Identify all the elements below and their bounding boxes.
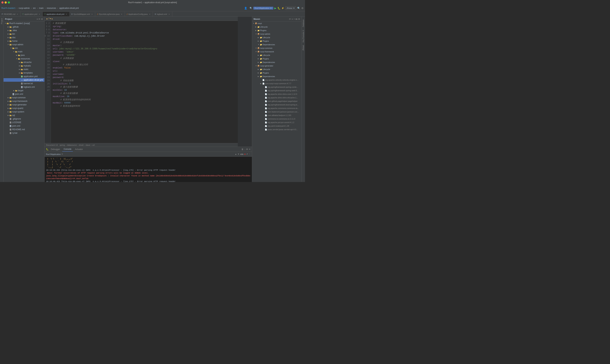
maven-tree-item-plugins[interactable]: ▶📁Plugins xyxy=(252,29,301,32)
debug-run-icon[interactable]: 🐛 xyxy=(46,148,49,151)
settings-icon[interactable]: ⚙ xyxy=(301,7,304,10)
tree-item-main[interactable]: ▼main xyxy=(3,50,44,53)
minimize-button[interactable] xyxy=(5,1,7,3)
maven-tree-item-lifecycle[interactable]: ▶📁Lifecycle xyxy=(252,25,301,29)
maven-refresh-icon[interactable]: ⟳ xyxy=(289,18,291,20)
tree-item-ry-bat[interactable]: ry.bat xyxy=(3,131,44,135)
tab-logback-xml[interactable]: Xlogback.xml× xyxy=(153,12,172,16)
right-arrow-icon[interactable]: ▶ xyxy=(242,153,244,155)
maven-tree-item-ruoyi-admin[interactable]: ▼📦ruoyi-admin xyxy=(252,32,301,36)
maven-collapse-icon[interactable]: ≡ xyxy=(292,18,293,20)
maven-tree-item-dependencies[interactable]: ▶📁Dependencies xyxy=(252,61,301,64)
tree-item-readme-md[interactable]: README.md xyxy=(3,128,44,131)
code-area[interactable]: # 数据源配置spring: datasource: type: com.ali… xyxy=(51,21,238,143)
project-gutter-label[interactable]: Project xyxy=(0,17,3,26)
jrebel-gutter-label[interactable]: JRebel xyxy=(302,44,305,52)
coverage-button[interactable]: ⚡ xyxy=(282,7,284,9)
tab-application-druid-yml[interactable]: Yapplication-druid.yml× xyxy=(43,12,70,16)
tree-item--idea[interactable]: ▶.idea xyxy=(3,29,44,32)
tree-item-home[interactable]: ▶home xyxy=(3,39,44,43)
breadcrumb-module[interactable]: ruoyi-admin xyxy=(19,7,30,9)
tab-debugger[interactable]: Debugger xyxy=(49,147,62,152)
tree-item--github[interactable]: ▶.github xyxy=(3,25,44,29)
run-config[interactable]: RuoYiApplication ▼ xyxy=(253,7,273,10)
collapse-all-icon[interactable]: ≡ xyxy=(37,18,38,20)
run-button[interactable]: ▶ xyxy=(274,7,276,10)
console-output[interactable]: | \ \ ` | |(_,_,)' | | \ ` /| `~' / | | … xyxy=(45,157,252,182)
rerun-icon[interactable]: ↺ xyxy=(246,153,248,155)
down-arrow-icon[interactable]: ▼ xyxy=(237,153,239,155)
window-controls[interactable] xyxy=(1,1,10,3)
maven-tree-item-ruoyi[interactable]: ▼📦ruoyi xyxy=(252,22,301,25)
maven-tree-item-plugins[interactable]: ▶📁Plugins xyxy=(252,39,301,43)
tree-item-ehcache[interactable]: ▶ehcache xyxy=(3,61,44,64)
key-promoter-gutter-label[interactable]: Key Promoter X xyxy=(302,28,305,44)
tree-item-target[interactable]: ▶target xyxy=(3,89,44,92)
maven-tree-item-commons-io-commons-io-2-11-0[interactable]: 📄commons-io:commons-io:2.11.0 xyxy=(252,117,301,121)
maven-tree-item-com-alibaba-fastjson-1-2-83[interactable]: 📄com.alibaba:fastjson:1.2.83 xyxy=(252,114,301,117)
tab-close-icon[interactable]: × xyxy=(168,13,170,15)
maven-tree-item-org-apache-commons-commons-la-[interactable]: 📄org.apache.commons:commons-la... xyxy=(252,106,301,110)
tree-item-pom-xml[interactable]: xmlpom.xml xyxy=(3,124,44,128)
tree-item-banner-txt[interactable]: banner.txt xyxy=(3,82,44,85)
maven-settings-icon[interactable]: ⚙ xyxy=(298,18,300,20)
breadcrumb-main[interactable]: main xyxy=(39,7,43,9)
tab-close-icon[interactable]: × xyxy=(148,13,151,15)
database-gutter-label[interactable]: Database xyxy=(302,18,305,28)
tree-item-ruoyi-master1--ruoyi-[interactable]: ▼RuoYi-master1 [ruoyi] xyxy=(3,22,44,25)
close-run-icon[interactable]: ✕ xyxy=(61,153,63,155)
maven-tree-item-dependencies[interactable]: ▶📁Dependencies xyxy=(252,75,301,78)
tree-item-ruoyi-system[interactable]: ▶ruoyi-system xyxy=(3,110,44,114)
debug-button[interactable]: 🐛 xyxy=(277,7,280,10)
settings-bottom-icon[interactable]: ⚙ xyxy=(246,148,248,151)
tree-item-resources[interactable]: ▼resources xyxy=(3,57,44,61)
tree-item--gitignore[interactable]: .gitignore xyxy=(3,117,44,121)
maven-add-icon[interactable]: + xyxy=(294,18,295,20)
maven-tree-item-org-springframework-spring-con[interactable]: 📄org.springframework:spring-conte... xyxy=(252,85,301,89)
maven-tree-item-plugins[interactable]: ▶📁Plugins xyxy=(252,57,301,61)
maven-tree-item-ruoyi-generator[interactable]: ▼📦ruoyi-generator xyxy=(252,64,301,67)
tree-item-mybatis[interactable]: ▶mybatis xyxy=(3,64,44,67)
tab-close-icon[interactable]: × xyxy=(38,13,41,15)
tree-item-ruoyi-framework[interactable]: ▶ruoyi-framework xyxy=(3,99,44,103)
left-arrow-icon[interactable]: ◀ xyxy=(240,153,242,155)
tab-applicationconfig-java[interactable]: JApplicationConfig.java× xyxy=(125,12,153,16)
maven-tree-item-ruoyi-common[interactable]: ▼📦ruoyi-common xyxy=(252,46,301,50)
settings-tree-icon[interactable]: ⚙ xyxy=(41,18,43,20)
tree-item-static[interactable]: ▶static xyxy=(3,67,44,71)
tree-item-ruoyi-quartz[interactable]: ▶ruoyi-quartz xyxy=(3,106,44,110)
scroll-to-end-icon[interactable]: ↓ xyxy=(244,148,245,151)
editor-content[interactable]: 1 2 3 4 5 6 7 8 9 10 11 12 13 14 15 16 1… xyxy=(45,21,238,143)
search-everything[interactable]: 🔍 xyxy=(297,7,300,10)
tree-item-src[interactable]: ▼src xyxy=(3,46,44,50)
maven-tree-item-lifecycle[interactable]: ▶📁Lifecycle xyxy=(252,36,301,39)
close-button[interactable] xyxy=(1,1,3,3)
tree-item-pom-xml[interactable]: xmlpom.xml xyxy=(3,92,44,96)
stop-icon[interactable]: ■ xyxy=(244,153,246,155)
sync-icon[interactable]: ⟳ xyxy=(39,18,40,20)
tree-item-doc[interactable]: ▶doc xyxy=(3,36,44,39)
breadcrumb-root[interactable]: RuoYi-master1 xyxy=(1,7,15,9)
maven-tree-item-javax-servlet-javax-servlet-ap[interactable]: 📄javax.servlet:javax.servlet-api:4.0... xyxy=(252,128,301,131)
maven-m-icon[interactable]: m xyxy=(296,18,297,20)
jrebel-label[interactable]: JRebel ▼ xyxy=(285,7,296,10)
tab-application-yml[interactable]: Yapplication.yml× xyxy=(21,12,43,16)
tab-actuator[interactable]: Actuator xyxy=(74,147,84,152)
hide-panel-icon[interactable]: ✕ xyxy=(249,148,250,151)
tree-item-ruoyi-common[interactable]: ▶ruoyi-common xyxy=(3,96,44,99)
tree-item-application-druid-yml[interactable]: ymlapplication-druid.yml xyxy=(3,78,44,82)
breadcrumb-src[interactable]: src xyxy=(33,7,36,9)
maven-tree-item-dependencies[interactable]: ▼📁Dependencies xyxy=(252,43,301,46)
tree-item-ruoyi-generator[interactable]: ▶ruoyi-generator xyxy=(3,103,44,106)
up-arrow-icon[interactable]: ▲ xyxy=(235,153,237,155)
tab-readme-md[interactable]: FREADME.md× xyxy=(0,12,21,16)
tab-close-icon[interactable]: × xyxy=(91,13,93,15)
maven-tree-item-ruoyi-framework[interactable]: ▼📦ruoyi-framework xyxy=(252,50,301,53)
search-icon[interactable]: 🔍 xyxy=(250,7,252,9)
tab-close-icon[interactable]: × xyxy=(65,13,68,15)
maven-tree-item-org-yaml-snakeyaml-1-28[interactable]: 📄org.yaml:snakeyaml:1.28 xyxy=(252,124,301,128)
maven-tree-item-lifecycle[interactable]: ▶📁Lifecycle xyxy=(252,67,301,71)
maven-tree-item-com-fasterxml-jackson-jackson-[interactable]: 📄com.fasterxml.jackson:jackson-cor... xyxy=(252,110,301,114)
maven-tree-item-plugins[interactable]: ▶📁Plugins xyxy=(252,71,301,75)
breadcrumb-file[interactable]: application-druid.yml xyxy=(59,7,79,9)
